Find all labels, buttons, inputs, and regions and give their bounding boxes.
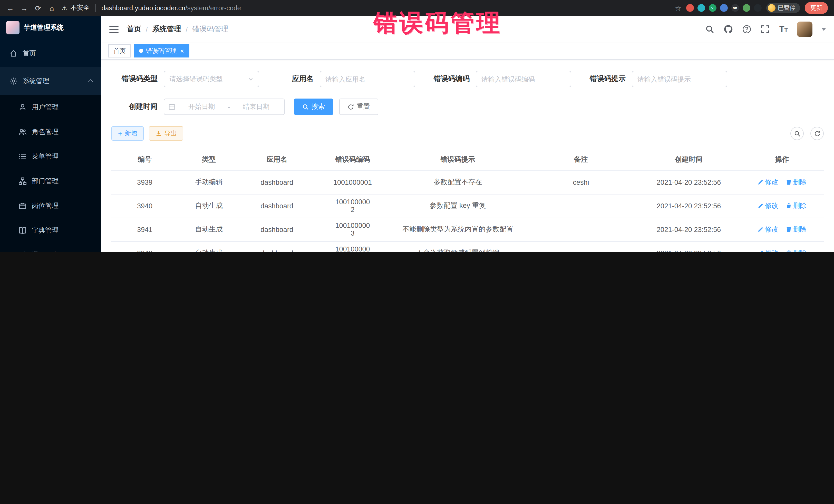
delete-link[interactable]: 删除 bbox=[786, 248, 807, 252]
column-header: 应用名 bbox=[240, 149, 314, 170]
table-row: 3941自动生成dashboard100100000 3不能删除类型为系统内置的… bbox=[111, 218, 824, 241]
sidebar-item-posts[interactable]: 岗位管理 bbox=[0, 194, 101, 218]
download-icon bbox=[155, 130, 162, 136]
reload-icon[interactable]: ⟳ bbox=[34, 4, 42, 12]
app-name-input[interactable] bbox=[325, 71, 410, 87]
delete-link[interactable]: 删除 bbox=[786, 225, 807, 234]
github-icon[interactable] bbox=[724, 25, 733, 34]
error-hint-label: 错误码提示 bbox=[579, 74, 626, 84]
active-tab-dot bbox=[139, 49, 143, 53]
divider bbox=[95, 4, 96, 12]
back-icon[interactable]: ← bbox=[6, 4, 14, 12]
sidebar-item-home[interactable]: 首页 bbox=[0, 40, 101, 67]
filter-app-name: 应用名 bbox=[267, 71, 415, 87]
extension-icon[interactable] bbox=[742, 4, 750, 12]
breadcrumb-item[interactable]: 首页 bbox=[127, 25, 141, 34]
extension-icon[interactable] bbox=[697, 4, 705, 12]
forward-icon[interactable]: → bbox=[20, 4, 28, 12]
screen: ← → ⟳ ⌂ ⚠ 不安全 dashboard.yudao.iocoder.cn… bbox=[0, 0, 834, 252]
hamburger-icon[interactable] bbox=[109, 26, 118, 32]
extension-icon[interactable] bbox=[686, 4, 694, 12]
sidebar-item-roles[interactable]: 角色管理 bbox=[0, 119, 101, 144]
fullscreen-icon[interactable] bbox=[761, 25, 770, 34]
extension-icon[interactable] bbox=[754, 4, 761, 12]
profile-avatar bbox=[768, 4, 775, 12]
delete-link[interactable]: 删除 bbox=[786, 178, 807, 187]
error-hint-input[interactable] bbox=[637, 71, 722, 87]
tab-bar: 首页错误码管理× bbox=[101, 43, 834, 60]
table-row: 3940自动生成dashboard100100000 2参数配置 key 重复2… bbox=[111, 194, 824, 218]
filter-row-1: 错误码类型 请选择错误码类型 应用名 错误码编码 bbox=[111, 71, 824, 87]
sidebar-item-dict[interactable]: 字典管理 bbox=[0, 218, 101, 243]
export-button[interactable]: 导出 bbox=[149, 126, 183, 140]
chevron-up-icon bbox=[88, 79, 93, 84]
column-header: 错误码编码 bbox=[314, 149, 391, 170]
security-indicator[interactable]: ⚠ 不安全 bbox=[62, 4, 90, 12]
sidebar-item-menus[interactable]: 菜单管理 bbox=[0, 144, 101, 169]
font-size-icon[interactable]: TT bbox=[780, 25, 788, 34]
search-icon[interactable] bbox=[705, 25, 715, 34]
reset-button[interactable]: 重置 bbox=[339, 98, 378, 115]
extension-icon[interactable]: on bbox=[731, 4, 739, 12]
toggle-search-button[interactable] bbox=[790, 127, 804, 140]
refresh-button[interactable] bbox=[810, 127, 824, 140]
calendar-icon bbox=[168, 103, 176, 110]
sidebar-item-users[interactable]: 用户管理 bbox=[0, 95, 101, 119]
sidebar-item-notice[interactable]: 通知公告 bbox=[0, 243, 101, 252]
edit-link[interactable]: 修改 bbox=[757, 178, 778, 187]
edit-link[interactable]: 修改 bbox=[757, 201, 778, 211]
column-header: 类型 bbox=[178, 149, 240, 170]
browser-right-cluster: ☆ Von 已暂停 更新 bbox=[675, 2, 828, 14]
add-button[interactable]: + 新增 bbox=[111, 126, 144, 140]
bookmark-star-icon[interactable]: ☆ bbox=[675, 4, 681, 12]
page-content: 错误码类型 请选择错误码类型 应用名 错误码编码 bbox=[101, 60, 834, 252]
error-code-table: 编号类型应用名错误码编码错误码提示备注创建时间操作 3939手动编辑dashbo… bbox=[111, 149, 824, 252]
breadcrumb-separator: / bbox=[146, 25, 148, 34]
paused-profile-chip[interactable]: 已暂停 bbox=[766, 3, 800, 13]
list-icon bbox=[19, 152, 27, 161]
close-icon[interactable]: × bbox=[180, 47, 184, 54]
sidebar-item-label: 岗位管理 bbox=[32, 201, 59, 211]
end-date-placeholder: 结束日期 bbox=[232, 102, 280, 111]
column-header: 操作 bbox=[740, 149, 824, 170]
browser-update-button[interactable]: 更新 bbox=[805, 2, 828, 14]
error-code-input[interactable] bbox=[481, 71, 566, 87]
error-type-select[interactable]: 请选择错误码类型 bbox=[164, 71, 259, 87]
sidebar-menu: 首页系统管理用户管理角色管理菜单管理部门管理岗位管理字典管理通知公告审计日志在线… bbox=[0, 40, 101, 252]
sidebar-item-label: 用户管理 bbox=[32, 103, 59, 112]
filter-error-code: 错误码编码 bbox=[423, 71, 571, 87]
sidebar-logo[interactable]: 芋道管理系统 bbox=[0, 16, 101, 40]
tree-icon bbox=[19, 177, 27, 185]
sidebar-item-depts[interactable]: 部门管理 bbox=[0, 169, 101, 194]
sidebar-item-system[interactable]: 系统管理 bbox=[0, 67, 101, 95]
table-row: 3939手动编辑dashboard1001000001参数配置不存在ceshi2… bbox=[111, 170, 824, 194]
tab-home[interactable]: 首页 bbox=[108, 44, 131, 58]
breadcrumb-item[interactable]: 系统管理 bbox=[152, 25, 181, 34]
extension-icon[interactable]: V bbox=[708, 4, 716, 12]
book-icon bbox=[19, 226, 27, 235]
search-button[interactable]: 搜索 bbox=[294, 98, 333, 115]
edit-link[interactable]: 修改 bbox=[757, 248, 778, 252]
filter-row-2: 创建时间 开始日期 - 结束日期 搜索 重置 bbox=[111, 98, 824, 115]
user-avatar[interactable] bbox=[797, 22, 812, 37]
start-date-placeholder: 开始日期 bbox=[178, 102, 226, 111]
browser-chrome: ← → ⟳ ⌂ ⚠ 不安全 dashboard.yudao.iocoder.cn… bbox=[0, 0, 834, 16]
sidebar: 芋道管理系统 首页系统管理用户管理角色管理菜单管理部门管理岗位管理字典管理通知公… bbox=[0, 16, 101, 252]
megaphone-icon bbox=[19, 251, 27, 252]
extension-icon[interactable] bbox=[720, 4, 727, 12]
create-time-label: 创建时间 bbox=[111, 102, 158, 111]
help-icon[interactable] bbox=[742, 25, 752, 34]
browser-home-icon[interactable]: ⌂ bbox=[48, 4, 56, 12]
avatar-caret-icon[interactable] bbox=[822, 28, 826, 30]
address-bar[interactable]: dashboard.yudao.iocoder.cn/system/error-… bbox=[101, 4, 241, 12]
filter-create-time: 创建时间 开始日期 - 结束日期 bbox=[111, 98, 285, 115]
chevron-down-icon bbox=[248, 76, 254, 82]
edit-link[interactable]: 修改 bbox=[757, 225, 778, 234]
date-range-picker[interactable]: 开始日期 - 结束日期 bbox=[164, 98, 285, 115]
delete-link[interactable]: 删除 bbox=[786, 201, 807, 211]
tab-error-code[interactable]: 错误码管理× bbox=[134, 44, 189, 58]
sidebar-item-label: 菜单管理 bbox=[32, 152, 59, 161]
main-area: 首页/系统管理/错误码管理 TT 首页错误码管理× 错误码类型 请选择错误码类型 bbox=[101, 16, 834, 252]
column-header: 错误码提示 bbox=[391, 149, 525, 170]
table-row: 3942自动生成dashboard100100000 4不允许获取敏感配置到前端… bbox=[111, 241, 824, 252]
